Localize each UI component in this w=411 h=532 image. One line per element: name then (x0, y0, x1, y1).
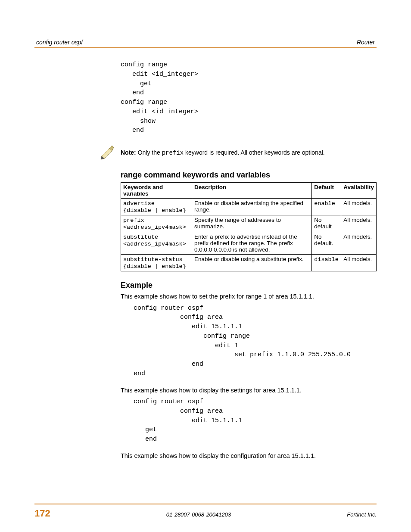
cell-desc: Specify the range of addresses to summar… (192, 215, 312, 232)
note: Note: Only the prefix keyword is require… (34, 143, 377, 162)
example-code-2: config router ospf config area edit 15.1… (134, 397, 377, 444)
example-intro-3: This example shows how to display the co… (121, 452, 377, 460)
def-value: enable (314, 200, 335, 207)
footer-rule (34, 504, 377, 504)
content: config range edit <id_integer> get end c… (121, 60, 377, 135)
table-row: prefix<address_ipv4mask> Specify the ran… (121, 215, 377, 232)
example-intro-1: This example shows how to set the prefix… (121, 292, 377, 301)
note-before: Only the (136, 149, 162, 156)
def-value: disable (314, 256, 339, 263)
company: Fortinet Inc. (347, 511, 377, 518)
note-mono: prefix (162, 149, 184, 156)
running-header: config router ospf Router (34, 39, 377, 47)
th-availability: Availability (341, 183, 377, 199)
cell-kw: substitute-status{disable | enable} (121, 255, 192, 271)
cell-kw: advertise{disable | enable} (121, 199, 192, 215)
table-title: range command keywords and variables (121, 171, 377, 180)
header-left: config router ospf (36, 39, 83, 46)
cell-desc: Enter a prefix to advertise instead of t… (192, 232, 312, 255)
th-description: Description (192, 183, 312, 199)
cell-avail: All models. (341, 232, 377, 255)
kw-line: <address_ipv4mask> (123, 241, 186, 247)
cell-def: No default. (312, 232, 341, 255)
table-section: range command keywords and variables Key… (121, 171, 377, 460)
kw-line: {disable | enable} (123, 207, 186, 214)
kw-line: <address_ipv4mask> (123, 224, 186, 230)
cell-avail: All models. (341, 215, 377, 232)
page: config router ospf Router config range e… (0, 0, 411, 532)
note-bold: Note: (121, 149, 136, 156)
kw-line: {disable | enable} (123, 263, 186, 270)
cell-kw: prefix<address_ipv4mask> (121, 215, 192, 232)
note-text: Note: Only the prefix keyword is require… (121, 149, 325, 156)
table-row: substitute-status{disable | enable} Enab… (121, 255, 377, 271)
example-heading: Example (121, 281, 377, 290)
kw-line: advertise (123, 200, 155, 207)
kw-line: prefix (123, 217, 144, 224)
th-default: Default (312, 183, 341, 199)
header-rule (34, 47, 377, 48)
code-block-1: config range edit <id_integer> get end c… (121, 60, 377, 135)
cell-avail: All models. (341, 255, 377, 271)
table-header-row: Keywords and variables Description Defau… (121, 183, 377, 199)
th-keywords: Keywords and variables (121, 183, 192, 199)
page-number: 172 (34, 508, 50, 519)
cell-kw: substitute<address_ipv4mask> (121, 232, 192, 255)
footer-row: 172 01-28007-0068-20041203 Fortinet Inc. (34, 508, 377, 519)
kw-line: substitute-status (123, 256, 183, 263)
table-row: advertise{disable | enable} Enable or di… (121, 199, 377, 215)
note-after: keyword is required. All other keywords … (184, 149, 325, 156)
header-right: Router (357, 39, 375, 46)
cell-def: No default (312, 215, 341, 232)
cell-def: enable (312, 199, 341, 215)
footer: 172 01-28007-0068-20041203 Fortinet Inc. (34, 504, 377, 519)
cell-avail: All models. (341, 199, 377, 215)
example-intro-2: This example shows how to display the se… (121, 386, 377, 395)
cell-desc: Enable or disable using a substitute pre… (192, 255, 312, 271)
keywords-table: Keywords and variables Description Defau… (121, 182, 377, 271)
example-code-1: config router ospf config area edit 15.1… (134, 304, 377, 379)
note-icon (99, 143, 116, 162)
doc-id: 01-28007-0068-20041203 (166, 511, 231, 518)
kw-line: substitute (123, 234, 158, 240)
cell-desc: Enable or disable advertising the specif… (192, 199, 312, 215)
cell-def: disable (312, 255, 341, 271)
table-row: substitute<address_ipv4mask> Enter a pre… (121, 232, 377, 255)
